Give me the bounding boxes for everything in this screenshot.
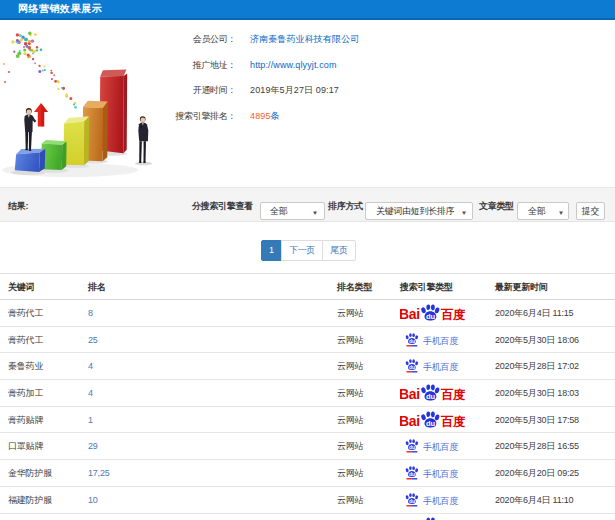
svg-text:百度: 百度	[440, 415, 466, 429]
svg-text:手机百度: 手机百度	[423, 495, 458, 505]
svg-text:Bai: Bai	[400, 413, 420, 429]
svg-text:du: du	[409, 364, 415, 370]
svg-text:Bai: Bai	[400, 306, 420, 322]
svg-text:手机百度: 手机百度	[423, 442, 458, 452]
svg-text:Bai: Bai	[400, 386, 420, 402]
svg-text:du: du	[409, 498, 415, 504]
svg-text:du: du	[409, 471, 415, 477]
svg-text:du: du	[426, 312, 435, 321]
svg-text:百度: 百度	[440, 308, 466, 322]
svg-text:du: du	[426, 392, 435, 401]
svg-text:du: du	[426, 419, 435, 428]
svg-text:du: du	[409, 337, 415, 343]
svg-text:手机百度: 手机百度	[423, 468, 458, 478]
svg-text:手机百度: 手机百度	[423, 335, 458, 345]
svg-text:du: du	[409, 444, 415, 450]
svg-text:手机百度: 手机百度	[423, 362, 458, 372]
svg-text:百度: 百度	[440, 388, 466, 402]
